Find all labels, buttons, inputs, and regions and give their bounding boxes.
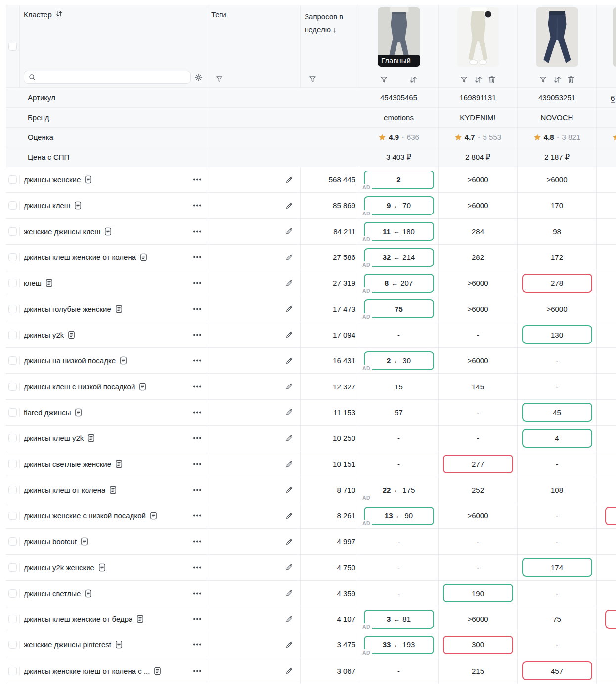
edit-tags-icon[interactable] xyxy=(285,408,293,416)
keyword-details-icon[interactable] xyxy=(109,485,117,495)
position-box[interactable]: 174 xyxy=(522,558,592,577)
row-checkbox[interactable] xyxy=(8,356,17,365)
article-link[interactable]: 439053251 xyxy=(538,93,575,102)
row-checkbox[interactable] xyxy=(8,589,17,598)
row-checkbox[interactable] xyxy=(8,253,17,261)
row-menu-icon[interactable] xyxy=(193,178,202,181)
row-checkbox[interactable] xyxy=(8,383,17,391)
cluster-search-input[interactable] xyxy=(24,71,191,84)
keyword-details-icon[interactable] xyxy=(119,356,128,365)
row-menu-icon[interactable] xyxy=(193,540,202,543)
row-menu-icon[interactable] xyxy=(193,204,202,207)
position-box[interactable]: 4 xyxy=(522,429,592,448)
position-box[interactable]: 33←193 xyxy=(364,636,434,654)
position-box[interactable]: 190 xyxy=(443,584,513,602)
row-checkbox[interactable] xyxy=(8,201,17,210)
row-menu-icon[interactable] xyxy=(193,670,202,672)
row-menu-icon[interactable] xyxy=(193,489,202,491)
keyword-details-icon[interactable] xyxy=(149,511,158,520)
position-box[interactable]: 277 xyxy=(443,455,513,473)
edit-tags-icon[interactable] xyxy=(285,563,293,571)
keyword-details-icon[interactable] xyxy=(115,640,123,649)
edit-tags-icon[interactable] xyxy=(285,434,293,442)
keyword-details-icon[interactable] xyxy=(115,304,123,314)
row-menu-icon[interactable] xyxy=(193,618,202,620)
row-checkbox[interactable] xyxy=(8,512,17,520)
requests-filter-icon[interactable] xyxy=(308,75,317,83)
position-box[interactable]: 300 xyxy=(443,636,513,654)
row-menu-icon[interactable] xyxy=(193,308,202,310)
position-box[interactable]: 13←90 xyxy=(364,507,434,525)
keyword-details-icon[interactable] xyxy=(74,408,83,417)
edit-tags-icon[interactable] xyxy=(285,254,293,261)
keyword-details-icon[interactable] xyxy=(153,666,162,676)
row-checkbox[interactable] xyxy=(8,434,17,442)
row-checkbox[interactable] xyxy=(8,175,17,184)
keyword-details-icon[interactable] xyxy=(138,382,147,391)
row-checkbox[interactable] xyxy=(8,460,17,468)
row-menu-icon[interactable] xyxy=(193,437,202,439)
sort-icon[interactable] xyxy=(553,76,562,84)
position-box[interactable]: 2 xyxy=(364,171,434,189)
position-box[interactable]: 457 xyxy=(522,661,592,680)
row-menu-icon[interactable] xyxy=(193,334,202,336)
edit-tags-icon[interactable] xyxy=(285,512,293,520)
edit-tags-icon[interactable] xyxy=(285,176,293,184)
row-menu-icon[interactable] xyxy=(193,256,202,258)
position-box[interactable]: 3←81 xyxy=(364,610,434,629)
tags-filter-icon[interactable] xyxy=(215,75,223,83)
edit-tags-icon[interactable] xyxy=(285,279,293,287)
row-checkbox[interactable] xyxy=(8,486,17,494)
row-menu-icon[interactable] xyxy=(193,643,202,646)
keyword-details-icon[interactable] xyxy=(115,459,123,469)
keyword-details-icon[interactable] xyxy=(98,563,106,572)
edit-tags-icon[interactable] xyxy=(285,331,293,339)
sort-icon[interactable] xyxy=(474,76,483,84)
row-menu-icon[interactable] xyxy=(193,463,202,465)
keyword-details-icon[interactable] xyxy=(45,278,53,288)
edit-tags-icon[interactable] xyxy=(285,227,293,235)
edit-tags-icon[interactable] xyxy=(285,615,293,623)
row-checkbox[interactable] xyxy=(8,563,17,572)
select-all-checkbox[interactable] xyxy=(8,43,17,51)
edit-tags-icon[interactable] xyxy=(285,589,293,597)
position-box[interactable]: 2←30 xyxy=(364,351,434,370)
product-image[interactable]: Главный xyxy=(378,7,420,67)
keyword-details-icon[interactable] xyxy=(67,330,76,340)
row-checkbox[interactable] xyxy=(8,227,17,236)
edit-tags-icon[interactable] xyxy=(285,460,293,468)
position-box[interactable]: 11←180 xyxy=(364,222,434,241)
position-box-partial[interactable] xyxy=(605,610,616,629)
article-link[interactable]: 169891131 xyxy=(460,93,496,102)
position-box[interactable]: 9←70 xyxy=(364,196,434,215)
keyword-details-icon[interactable] xyxy=(80,537,88,546)
product-image[interactable] xyxy=(457,7,499,67)
row-checkbox[interactable] xyxy=(8,305,17,313)
delete-column-icon[interactable] xyxy=(567,75,575,84)
row-checkbox[interactable] xyxy=(8,667,17,675)
keyword-details-icon[interactable] xyxy=(84,175,92,184)
delete-column-icon[interactable] xyxy=(488,75,496,84)
article-link[interactable]: 454305465 xyxy=(380,93,417,102)
row-checkbox[interactable] xyxy=(8,279,17,287)
edit-tags-icon[interactable] xyxy=(285,538,293,546)
keyword-details-icon[interactable] xyxy=(87,433,95,443)
product-image[interactable] xyxy=(536,7,578,67)
position-box[interactable]: 32←214 xyxy=(364,248,434,267)
edit-tags-icon[interactable] xyxy=(285,383,293,390)
row-checkbox[interactable] xyxy=(8,641,17,649)
row-checkbox[interactable] xyxy=(8,537,17,546)
position-box[interactable]: 75 xyxy=(364,299,434,318)
row-menu-icon[interactable] xyxy=(193,592,202,595)
edit-tags-icon[interactable] xyxy=(285,486,293,494)
row-menu-icon[interactable] xyxy=(193,282,202,284)
edit-tags-icon[interactable] xyxy=(285,667,293,675)
row-menu-icon[interactable] xyxy=(193,411,202,414)
edit-tags-icon[interactable] xyxy=(285,641,293,649)
keyword-details-icon[interactable] xyxy=(74,201,82,210)
row-checkbox[interactable] xyxy=(8,331,17,339)
position-box[interactable]: 278 xyxy=(522,274,592,293)
edit-tags-icon[interactable] xyxy=(285,357,293,365)
row-menu-icon[interactable] xyxy=(193,359,202,362)
filter-icon[interactable] xyxy=(380,75,388,84)
